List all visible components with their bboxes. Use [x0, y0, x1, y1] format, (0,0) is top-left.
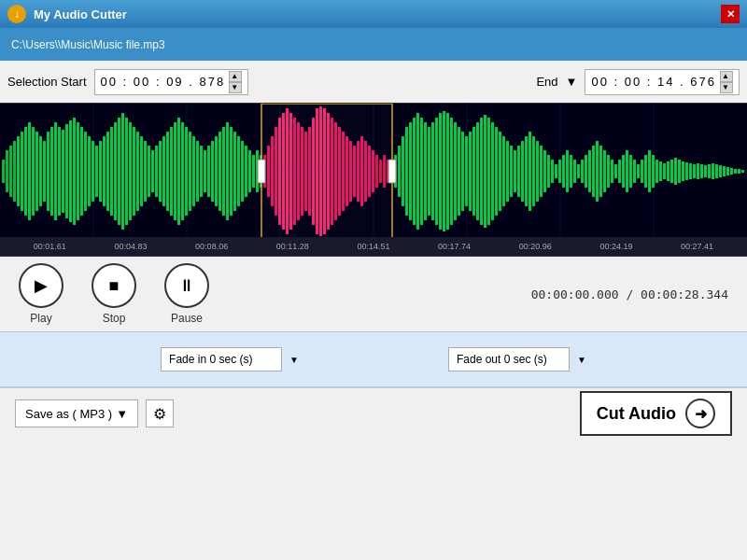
- selection-start-spinner[interactable]: ▲ ▼: [229, 71, 242, 93]
- svg-rect-160: [566, 150, 569, 192]
- svg-rect-69: [226, 122, 229, 220]
- svg-rect-209: [258, 160, 265, 183]
- svg-rect-187: [667, 161, 669, 181]
- cut-audio-button[interactable]: Cut Audio ➜: [580, 391, 732, 436]
- svg-rect-171: [607, 155, 610, 188]
- end-spinner-up[interactable]: ▲: [720, 71, 733, 82]
- svg-rect-147: [517, 146, 520, 197]
- fade-out-select[interactable]: Fade out 0 sec (s): [448, 347, 570, 371]
- svg-rect-26: [65, 124, 68, 218]
- fade-out-control[interactable]: Fade out 0 sec (s) ▼: [448, 347, 586, 371]
- svg-rect-205: [734, 169, 737, 174]
- svg-rect-156: [551, 160, 554, 183]
- fade-in-dropdown-arrow[interactable]: ▼: [289, 355, 299, 365]
- svg-rect-185: [659, 161, 662, 181]
- fade-out-dropdown-arrow[interactable]: ▼: [577, 355, 586, 365]
- settings-button[interactable]: ⚙: [146, 399, 174, 427]
- svg-rect-164: [581, 160, 584, 183]
- svg-rect-179: [637, 164, 640, 178]
- svg-rect-191: [682, 161, 684, 181]
- svg-rect-194: [693, 164, 696, 178]
- svg-rect-148: [521, 141, 524, 202]
- svg-rect-134: [469, 132, 472, 211]
- svg-rect-61: [196, 141, 199, 202]
- svg-rect-57: [181, 122, 184, 220]
- play-button[interactable]: ▶ Play: [19, 263, 63, 325]
- save-as-button[interactable]: Save as ( MP3 ) ▼: [15, 399, 138, 427]
- title-bar: ↓ My Audio Cutter ✕: [0, 0, 747, 28]
- svg-rect-210: [388, 160, 396, 183]
- svg-rect-34: [95, 146, 98, 197]
- svg-rect-56: [177, 118, 180, 225]
- svg-rect-52: [162, 136, 165, 206]
- play-label: Play: [30, 312, 51, 325]
- timeline-labels: 00:01.61 00:04.83 00:08.06 00:11.28 00:1…: [0, 242, 747, 251]
- svg-rect-140: [491, 122, 494, 220]
- timeline-label-6: 00:17.74: [438, 242, 471, 251]
- selection-end-spinner[interactable]: ▲ ▼: [720, 71, 733, 93]
- timeline-label-2: 00:04.83: [114, 242, 147, 251]
- svg-rect-62: [200, 146, 203, 197]
- svg-rect-139: [487, 118, 490, 225]
- svg-rect-54: [170, 127, 173, 216]
- end-spinner-down[interactable]: ▼: [720, 82, 733, 93]
- svg-rect-151: [532, 136, 535, 206]
- svg-rect-22: [50, 127, 53, 216]
- close-button[interactable]: ✕: [721, 5, 740, 23]
- svg-rect-31: [84, 132, 87, 211]
- svg-rect-73: [241, 141, 244, 202]
- svg-rect-208: [261, 104, 392, 239]
- svg-rect-116: [402, 136, 404, 206]
- svg-rect-162: [573, 160, 576, 183]
- spinner-down[interactable]: ▼: [229, 82, 242, 93]
- svg-rect-136: [476, 122, 479, 220]
- svg-rect-127: [443, 111, 445, 231]
- fade-in-select[interactable]: Fade in 0 sec (s): [161, 347, 282, 371]
- svg-rect-142: [499, 132, 501, 211]
- svg-rect-59: [189, 132, 191, 211]
- svg-rect-20: [43, 141, 46, 202]
- timeline-label-8: 00:24.19: [599, 242, 632, 251]
- svg-rect-144: [506, 141, 509, 202]
- svg-rect-188: [670, 160, 673, 183]
- pause-button[interactable]: ⏸ Pause: [164, 263, 209, 325]
- svg-rect-143: [502, 136, 505, 206]
- time-display: 00:00:00.000 / 00:00:28.344: [531, 287, 728, 301]
- svg-rect-168: [596, 141, 599, 202]
- play-circle[interactable]: ▶: [19, 263, 63, 308]
- selection-end-input[interactable]: 00 : 00 : 14 . 676 ▲ ▼: [585, 69, 740, 95]
- pause-label: Pause: [171, 312, 203, 325]
- fade-in-control[interactable]: Fade in 0 sec (s) ▼: [161, 347, 299, 371]
- end-dropdown[interactable]: ▼: [566, 75, 578, 89]
- svg-rect-201: [719, 165, 722, 177]
- gear-icon: ⚙: [153, 405, 166, 423]
- timeline-label-5: 00:14.51: [357, 242, 389, 251]
- svg-rect-125: [435, 118, 438, 225]
- svg-rect-13: [17, 136, 20, 206]
- bottom-bar: Save as ( MP3 ) ▼ ⚙ Cut Audio ➜: [0, 387, 747, 439]
- svg-rect-197: [704, 165, 707, 177]
- stop-circle[interactable]: ■: [92, 263, 136, 308]
- selection-start-label: Selection Start: [7, 75, 87, 89]
- svg-rect-154: [543, 150, 546, 192]
- waveform-container[interactable]: 00:01.61 00:04.83 00:08.06 00:11.28 00:1…: [0, 103, 747, 257]
- spinner-up[interactable]: ▲: [229, 71, 242, 82]
- svg-rect-123: [428, 127, 430, 216]
- stop-button[interactable]: ■ Stop: [92, 263, 136, 325]
- svg-rect-152: [536, 141, 539, 202]
- pause-circle[interactable]: ⏸: [164, 263, 209, 308]
- svg-rect-11: [9, 146, 12, 197]
- save-dropdown-arrow[interactable]: ▼: [116, 407, 128, 421]
- svg-rect-122: [424, 122, 427, 220]
- svg-rect-75: [248, 150, 251, 192]
- dropdown-arrow-end[interactable]: ▼: [566, 75, 578, 89]
- svg-rect-67: [218, 132, 221, 211]
- transport-row: ▶ Play ■ Stop ⏸ Pause 00:00:00.000 / 00:…: [0, 257, 747, 331]
- svg-rect-72: [237, 136, 240, 206]
- timeline-label-9: 00:27.41: [681, 242, 713, 251]
- timeline-label-4: 00:11.28: [276, 242, 309, 251]
- svg-rect-120: [416, 113, 419, 230]
- svg-rect-10: [6, 150, 8, 192]
- svg-rect-118: [409, 122, 412, 220]
- selection-start-input[interactable]: 00 : 00 : 09 . 878 ▲ ▼: [94, 69, 249, 95]
